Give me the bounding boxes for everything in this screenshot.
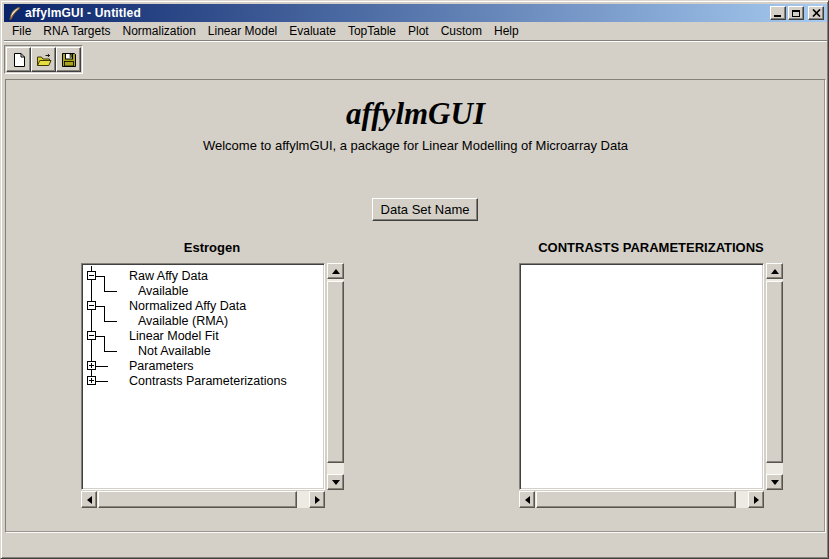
app-heading: affylmGUI (6, 96, 825, 132)
main-content: affylmGUI Welcome to affylmGUI, a packag… (5, 79, 826, 533)
menu-item-normalization[interactable]: Normalization (117, 22, 202, 40)
right-horizontal-scrollbar-thumb[interactable] (536, 491, 736, 508)
right-arrow-icon (315, 496, 320, 504)
tree-toggle-normalized-affy-data[interactable] (87, 301, 96, 310)
menu-item-rna-targets[interactable]: RNA Targets (37, 22, 116, 40)
tree-connector (96, 336, 104, 337)
close-button[interactable] (808, 6, 824, 20)
menu-item-linear-model[interactable]: Linear Model (202, 22, 283, 40)
dataset-name-button-label: Data Set Name (381, 202, 470, 217)
status-tree-listbox[interactable]: Raw Affy Data Available Normalized Affy … (81, 263, 325, 490)
scroll-left-button[interactable] (81, 491, 97, 508)
tree-connector (96, 306, 104, 307)
left-horizontal-scrollbar[interactable] (81, 491, 325, 508)
right-horizontal-scrollbar[interactable] (519, 491, 764, 508)
save-floppy-icon (61, 52, 77, 68)
tree-toggle-raw-affy-data[interactable] (87, 271, 96, 280)
tree-toggle-linear-model-fit[interactable] (87, 331, 96, 340)
new-document-icon (11, 52, 27, 68)
maximize-icon (792, 10, 800, 17)
right-arrow-icon (754, 496, 759, 504)
tree-item-normalized-affy-status[interactable]: Available (RMA) (138, 313, 228, 329)
window-title: affylmGUI - Untitled (25, 6, 770, 20)
down-arrow-icon (332, 480, 340, 485)
left-vertical-scrollbar-thumb[interactable] (327, 281, 344, 463)
scroll-right-button[interactable] (309, 491, 325, 508)
tree-item-parameters[interactable]: Parameters (129, 358, 194, 374)
down-arrow-icon (771, 480, 779, 485)
menu-item-evaluate[interactable]: Evaluate (283, 22, 342, 40)
left-horizontal-scrollbar-thumb[interactable] (98, 491, 297, 508)
tree-toggle-contrasts-parameterizations[interactable] (87, 376, 96, 385)
minimize-icon (774, 15, 781, 17)
tree-item-raw-affy-status[interactable]: Available (138, 283, 189, 299)
open-file-button[interactable] (31, 47, 56, 72)
tree-connector (104, 336, 105, 351)
left-arrow-icon (525, 496, 530, 504)
left-vertical-scrollbar[interactable] (327, 263, 344, 490)
tree-toggle-parameters[interactable] (87, 361, 96, 370)
up-arrow-icon (771, 269, 779, 274)
scroll-up-button[interactable] (327, 263, 344, 279)
scroll-left-button[interactable] (519, 491, 535, 508)
left-arrow-icon (87, 496, 92, 504)
right-vertical-scrollbar[interactable] (766, 263, 783, 490)
tree-connector (96, 276, 104, 277)
tree-connector (104, 306, 105, 321)
contrasts-listbox[interactable] (519, 263, 764, 490)
application-window: affylmGUI - Untitled File RNA Targets No… (0, 0, 829, 559)
tree-item-linear-model-status[interactable]: Not Available (138, 343, 211, 359)
tree-item-raw-affy-data[interactable]: Raw Affy Data (129, 268, 208, 284)
new-file-button[interactable] (6, 47, 31, 72)
close-icon (812, 9, 821, 17)
menu-item-file[interactable]: File (6, 22, 37, 40)
scroll-right-button[interactable] (748, 491, 764, 508)
left-panel-label: Estrogen (81, 240, 343, 255)
tk-feather-icon (7, 6, 22, 21)
tree-item-normalized-affy-data[interactable]: Normalized Affy Data (129, 298, 246, 314)
save-file-button[interactable] (56, 47, 81, 72)
dataset-name-button[interactable]: Data Set Name (372, 198, 478, 221)
right-panel-label: CONTRASTS PARAMETERIZATIONS (519, 240, 783, 255)
tree-connector (104, 291, 117, 292)
menu-item-help[interactable]: Help (488, 22, 525, 40)
scroll-down-button[interactable] (327, 474, 344, 490)
tree-connector (96, 366, 108, 367)
up-arrow-icon (332, 269, 340, 274)
contrasts-list-area (522, 266, 761, 487)
menubar: File RNA Targets Normalization Linear Mo… (4, 22, 827, 41)
scroll-up-button[interactable] (766, 263, 783, 279)
tree-connector (104, 276, 105, 291)
status-tree-area: Raw Affy Data Available Normalized Affy … (84, 266, 322, 487)
welcome-text: Welcome to affylmGUI, a package for Line… (6, 138, 825, 153)
open-folder-icon (36, 52, 52, 68)
right-vertical-scrollbar-thumb[interactable] (766, 281, 783, 463)
tree-connector (104, 321, 117, 322)
maximize-button[interactable] (788, 6, 804, 20)
menu-item-custom[interactable]: Custom (435, 22, 488, 40)
menu-item-toptable[interactable]: TopTable (342, 22, 402, 40)
tree-item-linear-model-fit[interactable]: Linear Model Fit (129, 328, 219, 344)
titlebar[interactable]: affylmGUI - Untitled (4, 4, 827, 22)
tree-connector (96, 381, 108, 382)
tree-item-contrasts-parameterizations[interactable]: Contrasts Parameterizations (129, 373, 287, 389)
toolbar (4, 45, 83, 74)
scroll-down-button[interactable] (766, 474, 783, 490)
minimize-button[interactable] (770, 6, 786, 20)
menu-item-plot[interactable]: Plot (402, 22, 435, 40)
tree-connector (104, 351, 117, 352)
